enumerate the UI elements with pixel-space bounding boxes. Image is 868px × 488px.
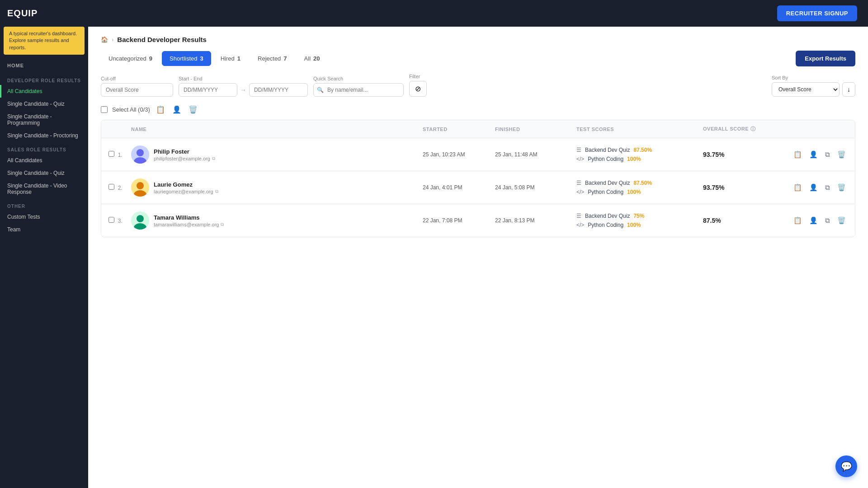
code-icon: </> bbox=[576, 222, 584, 228]
search-label: Quick Search bbox=[313, 76, 404, 81]
row3-avatar-image bbox=[131, 211, 149, 230]
sidebar-item-single-programming[interactable]: Single Candidate - Programming bbox=[0, 110, 88, 129]
bulk-assign-icon[interactable]: 👤 bbox=[171, 104, 183, 115]
quiz-icon: ☰ bbox=[576, 147, 581, 153]
sidebar-section-other: OTHER bbox=[0, 198, 88, 211]
col-started: STARTED bbox=[423, 127, 495, 132]
sidebar-item-all-candidates-dev[interactable]: All Candidates bbox=[0, 85, 88, 98]
row3-delete-button[interactable]: 🗑️ bbox=[835, 215, 848, 226]
tab-rejected-count: 7 bbox=[283, 55, 287, 62]
sidebar-section-sales: SALES ROLE RESULTS bbox=[0, 142, 88, 154]
row3-checkbox[interactable] bbox=[108, 217, 114, 223]
breadcrumb-home-icon[interactable]: 🏠 bbox=[101, 36, 108, 43]
row3-move-button[interactable]: ⧉ bbox=[823, 215, 832, 226]
recruiter-signup-button[interactable]: RECRUITER SIGNUP bbox=[777, 5, 857, 21]
search-icon: 🔍 bbox=[317, 87, 324, 93]
tab-all-label: All bbox=[304, 55, 311, 62]
row2-delete-button[interactable]: 🗑️ bbox=[835, 182, 848, 193]
row2-email: lauriegomez@example.org ⧉ bbox=[154, 189, 218, 194]
row2-checkbox[interactable] bbox=[108, 184, 114, 190]
row1-checkbox[interactable] bbox=[108, 151, 114, 157]
row1-copy-email-icon[interactable]: ⧉ bbox=[212, 156, 215, 161]
search-input-wrap: 🔍 bbox=[313, 83, 404, 97]
row2-assign-button[interactable]: 👤 bbox=[807, 182, 820, 193]
row2-checkbox-cell: 2. bbox=[108, 184, 131, 191]
row3-copy-button[interactable]: 📋 bbox=[792, 215, 804, 226]
row1-move-button[interactable]: ⧉ bbox=[823, 149, 832, 160]
search-filter-group: Quick Search 🔍 bbox=[313, 76, 404, 97]
row3-checkbox-cell: 3. bbox=[108, 217, 131, 224]
row1-test1-score: 87.50% bbox=[633, 147, 652, 153]
sort-select[interactable]: Overall Score Name Started Finished bbox=[772, 82, 840, 97]
col-finished: FINISHED bbox=[495, 127, 576, 132]
row3-test2-score: 100% bbox=[627, 222, 641, 228]
row2-overall-score: 93.75% bbox=[703, 184, 793, 191]
row1-assign-button[interactable]: 👤 bbox=[807, 149, 820, 160]
row1-actions: 📋 👤 ⧉ 🗑️ bbox=[793, 149, 848, 160]
cutoff-input[interactable] bbox=[101, 83, 173, 97]
sort-inner: Overall Score Name Started Finished ↓ bbox=[772, 82, 855, 97]
svg-point-1 bbox=[137, 149, 144, 156]
row2-copy-email-icon[interactable]: ⧉ bbox=[215, 189, 218, 194]
date-to-input[interactable] bbox=[249, 83, 308, 97]
tab-all[interactable]: All 20 bbox=[297, 51, 328, 66]
sidebar-item-single-video[interactable]: Single Candidate - Video Response bbox=[0, 179, 88, 198]
row2-actions: 📋 👤 ⧉ 🗑️ bbox=[793, 182, 848, 193]
select-all-checkbox[interactable] bbox=[101, 106, 108, 113]
sidebar-item-single-proctoring[interactable]: Single Candidate - Proctoring bbox=[0, 129, 88, 142]
row3-test1-name: Backend Dev Quiz bbox=[585, 213, 630, 219]
sidebar-item-custom-tests[interactable]: Custom Tests bbox=[0, 211, 88, 223]
row2-started: 24 Jan, 4:01 PM bbox=[423, 184, 495, 191]
row2-copy-button[interactable]: 📋 bbox=[792, 182, 804, 193]
sort-direction-button[interactable]: ↓ bbox=[842, 82, 855, 97]
sidebar-item-single-quiz-sales[interactable]: Single Candidate - Quiz bbox=[0, 167, 88, 179]
select-all-label: Select All (0/3) bbox=[112, 106, 150, 113]
date-from-input[interactable] bbox=[179, 83, 237, 97]
row3-test1-score: 75% bbox=[633, 213, 644, 219]
row3-overall-score: 87.5% bbox=[703, 217, 793, 224]
tab-shortlisted[interactable]: Shortlisted 3 bbox=[162, 51, 211, 66]
row2-move-button[interactable]: ⧉ bbox=[823, 182, 832, 193]
row3-assign-button[interactable]: 👤 bbox=[807, 215, 820, 226]
filter-button[interactable]: ⊘ bbox=[409, 81, 427, 97]
sidebar-item-all-candidates-sales[interactable]: All Candidates bbox=[0, 154, 88, 167]
row1-test1: ☰ Backend Dev Quiz 87.50% bbox=[576, 147, 703, 153]
row1-candidate-info: Philip Foster philipfoster@example.org ⧉ bbox=[131, 145, 423, 164]
col-name: NAME bbox=[131, 127, 423, 132]
search-input[interactable] bbox=[313, 83, 404, 97]
cutoff-label: Cut-off bbox=[101, 76, 173, 81]
sidebar-item-team[interactable]: Team bbox=[0, 223, 88, 236]
bulk-delete-icon[interactable]: 🗑️ bbox=[187, 104, 199, 115]
row1-avatar-image bbox=[131, 145, 149, 164]
page-title: Backend Developer Results bbox=[117, 36, 207, 43]
row3-test2: </> Python Coding 100% bbox=[576, 222, 703, 228]
sidebar-home[interactable]: HOME bbox=[0, 58, 88, 73]
svg-point-4 bbox=[137, 182, 144, 189]
row1-avatar bbox=[131, 145, 149, 164]
export-results-button[interactable]: Export Results bbox=[796, 51, 855, 66]
sidebar-item-single-quiz[interactable]: Single Candidate - Quiz bbox=[0, 98, 88, 110]
bulk-copy-icon[interactable]: 📋 bbox=[155, 104, 166, 115]
code-icon: </> bbox=[576, 156, 584, 162]
row2-test-scores: ☰ Backend Dev Quiz 87.50% </> Python Cod… bbox=[576, 180, 703, 195]
row3-copy-email-icon[interactable]: ⧉ bbox=[221, 222, 224, 227]
col-overall-score: OVERALL SCORE ⓘ bbox=[703, 126, 793, 132]
row3-started: 22 Jan, 7:08 PM bbox=[423, 217, 495, 224]
chat-button[interactable]: 💬 bbox=[835, 455, 857, 477]
row1-test1-name: Backend Dev Quiz bbox=[585, 147, 630, 153]
row3-test2-name: Python Coding bbox=[588, 222, 623, 228]
row1-copy-button[interactable]: 📋 bbox=[792, 149, 804, 160]
col-test-scores: TEST SCORES bbox=[576, 127, 703, 132]
main-content: RECRUITER SIGNUP 🏠 › Backend Developer R… bbox=[88, 0, 868, 488]
tab-rejected[interactable]: Rejected 7 bbox=[250, 51, 295, 66]
row1-email: philipfoster@example.org ⧉ bbox=[154, 156, 215, 161]
row2-test2-score: 100% bbox=[627, 189, 641, 195]
row1-checkbox-cell: 1. bbox=[108, 151, 131, 158]
tab-uncategorized[interactable]: Uncategorized 9 bbox=[101, 51, 160, 66]
row3-test1: ☰ Backend Dev Quiz 75% bbox=[576, 213, 703, 219]
select-all-row: Select All (0/3) 📋 👤 🗑️ bbox=[101, 104, 855, 115]
tab-hired-count: 1 bbox=[237, 55, 241, 62]
row3-name: Tamara Williams bbox=[154, 214, 224, 221]
tab-hired[interactable]: Hired 1 bbox=[213, 51, 248, 66]
row1-delete-button[interactable]: 🗑️ bbox=[835, 149, 848, 160]
